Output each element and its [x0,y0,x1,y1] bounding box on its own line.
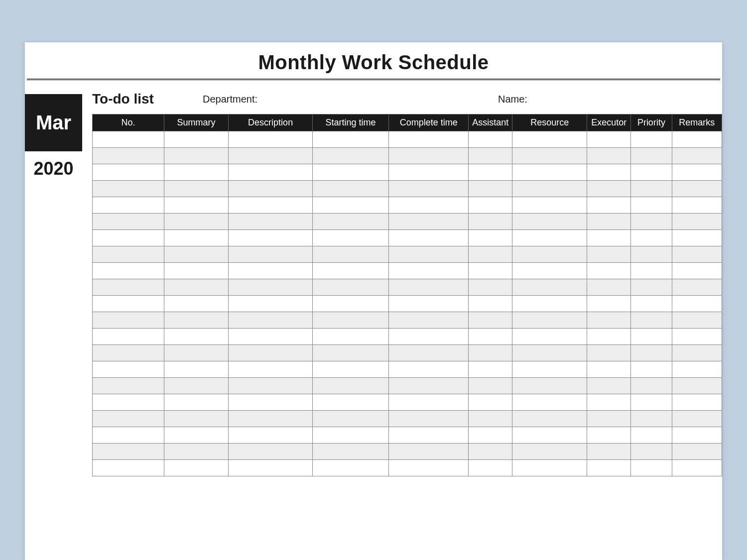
table-cell[interactable] [587,214,631,230]
table-cell[interactable] [587,427,631,444]
table-cell[interactable] [672,460,722,476]
table-cell[interactable] [389,148,469,164]
table-cell[interactable] [164,460,229,476]
table-cell[interactable] [469,329,512,345]
table-cell[interactable] [229,427,313,444]
table-cell[interactable] [672,279,722,296]
table-cell[interactable] [164,427,229,444]
table-cell[interactable] [229,263,313,279]
table-cell[interactable] [587,411,631,427]
table-cell[interactable] [313,197,389,214]
table-cell[interactable] [512,131,587,148]
table-cell[interactable] [164,197,229,214]
table-cell[interactable] [631,444,672,460]
table-cell[interactable] [389,214,469,230]
table-cell[interactable] [672,246,722,263]
table-cell[interactable] [164,164,229,181]
table-cell[interactable] [672,164,722,181]
table-cell[interactable] [469,230,512,246]
table-cell[interactable] [313,312,389,329]
table-cell[interactable] [389,329,469,345]
table-cell[interactable] [631,263,672,279]
table-cell[interactable] [164,329,229,345]
table-cell[interactable] [313,378,389,394]
table-cell[interactable] [229,345,313,361]
table-cell[interactable] [631,411,672,427]
table-cell[interactable] [512,181,587,197]
table-cell[interactable] [469,246,512,263]
table-cell[interactable] [229,411,313,427]
table-cell[interactable] [587,460,631,476]
table-cell[interactable] [93,148,164,164]
table-cell[interactable] [93,181,164,197]
table-cell[interactable] [164,345,229,361]
table-cell[interactable] [93,164,164,181]
table-cell[interactable] [512,394,587,411]
table-cell[interactable] [631,148,672,164]
table-cell[interactable] [469,411,512,427]
table-cell[interactable] [469,148,512,164]
table-cell[interactable] [229,460,313,476]
table-cell[interactable] [313,164,389,181]
table-cell[interactable] [631,394,672,411]
table-cell[interactable] [313,263,389,279]
table-cell[interactable] [672,214,722,230]
table-cell[interactable] [229,378,313,394]
table-cell[interactable] [389,345,469,361]
table-cell[interactable] [229,181,313,197]
table-cell[interactable] [631,345,672,361]
table-cell[interactable] [229,296,313,312]
table-cell[interactable] [389,394,469,411]
table-cell[interactable] [93,444,164,460]
table-cell[interactable] [587,148,631,164]
table-cell[interactable] [164,361,229,378]
table-cell[interactable] [229,164,313,181]
table-cell[interactable] [164,444,229,460]
table-cell[interactable] [587,361,631,378]
table-cell[interactable] [512,312,587,329]
table-cell[interactable] [469,131,512,148]
table-cell[interactable] [587,296,631,312]
table-cell[interactable] [229,214,313,230]
table-cell[interactable] [93,378,164,394]
table-cell[interactable] [229,279,313,296]
table-cell[interactable] [512,444,587,460]
table-cell[interactable] [672,312,722,329]
table-cell[interactable] [469,378,512,394]
table-cell[interactable] [469,214,512,230]
table-cell[interactable] [93,312,164,329]
table-cell[interactable] [93,394,164,411]
table-cell[interactable] [313,444,389,460]
table-cell[interactable] [389,246,469,263]
table-cell[interactable] [164,246,229,263]
table-cell[interactable] [587,164,631,181]
table-cell[interactable] [164,214,229,230]
table-cell[interactable] [587,197,631,214]
table-cell[interactable] [389,131,469,148]
table-cell[interactable] [389,230,469,246]
table-cell[interactable] [164,279,229,296]
table-cell[interactable] [93,361,164,378]
table-cell[interactable] [313,230,389,246]
table-cell[interactable] [313,427,389,444]
table-cell[interactable] [469,361,512,378]
table-cell[interactable] [469,164,512,181]
table-cell[interactable] [164,411,229,427]
table-cell[interactable] [512,263,587,279]
table-cell[interactable] [672,427,722,444]
table-cell[interactable] [93,427,164,444]
table-cell[interactable] [512,361,587,378]
table-cell[interactable] [631,279,672,296]
table-cell[interactable] [389,296,469,312]
table-cell[interactable] [512,411,587,427]
table-cell[interactable] [93,246,164,263]
table-cell[interactable] [389,279,469,296]
table-cell[interactable] [587,378,631,394]
table-cell[interactable] [93,131,164,148]
table-cell[interactable] [587,131,631,148]
table-cell[interactable] [389,263,469,279]
table-cell[interactable] [164,131,229,148]
table-cell[interactable] [469,460,512,476]
table-cell[interactable] [672,444,722,460]
table-cell[interactable] [631,181,672,197]
